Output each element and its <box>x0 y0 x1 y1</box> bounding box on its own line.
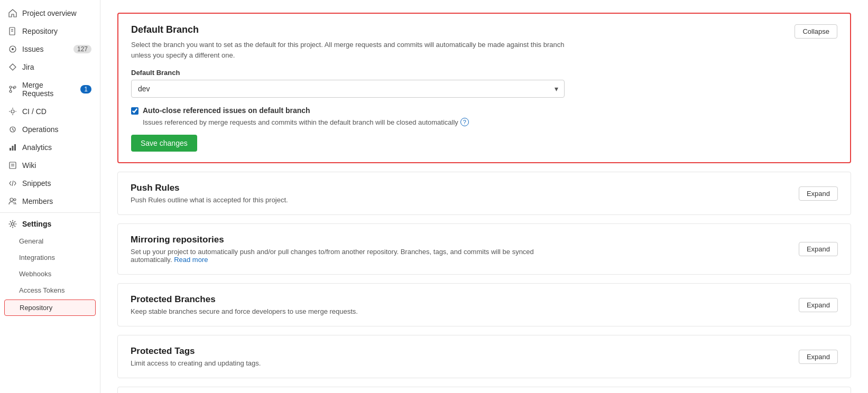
svg-point-19 <box>12 223 14 226</box>
svg-point-5 <box>10 86 12 88</box>
sidebar-label: Snippets <box>22 179 51 188</box>
sidebar-sub-label: General <box>19 237 43 245</box>
operations-icon <box>8 125 17 134</box>
sidebar-item-settings[interactable]: Settings <box>0 215 100 233</box>
sidebar-item-jira[interactable]: Jira <box>0 58 100 76</box>
sidebar-item-wiki[interactable]: Wiki <box>0 156 100 174</box>
default-branch-select-wrapper: dev main master develop <box>131 80 565 98</box>
auto-close-checkbox-row: Auto-close referenced issues on default … <box>131 106 837 115</box>
sidebar-label: Issues <box>22 45 43 53</box>
sidebar-sub-item-repository[interactable]: Repository <box>4 300 96 316</box>
svg-line-16 <box>12 181 13 186</box>
sidebar-item-operations[interactable]: Operations <box>0 120 100 138</box>
home-icon <box>8 9 17 17</box>
default-branch-section: Default Branch Select the branch you wan… <box>117 13 851 163</box>
protected-branches-expand-button[interactable]: Expand <box>799 298 838 312</box>
protected-tags-info: Protected Tags Limit access to creating … <box>131 346 261 367</box>
protected-tags-desc: Limit access to creating and updating ta… <box>131 359 261 367</box>
sidebar-divider <box>0 212 100 213</box>
mirroring-title: Mirroring repositories <box>131 235 564 245</box>
default-branch-field-label: Default Branch <box>131 69 837 77</box>
svg-point-8 <box>11 110 14 113</box>
default-branch-header: Default Branch Select the branch you wan… <box>118 14 850 69</box>
default-branch-body: Default Branch dev main master develop A… <box>118 69 850 162</box>
sidebar-sub-item-general[interactable]: General <box>0 233 100 249</box>
cicd-icon <box>8 107 17 116</box>
default-branch-title: Default Branch <box>131 24 565 35</box>
sidebar-item-project-overview[interactable]: Project overview <box>0 4 100 22</box>
merge-requests-badge: 1 <box>80 85 91 93</box>
sidebar-sub-label: Integrations <box>19 254 55 261</box>
book-icon <box>8 27 17 35</box>
analytics-icon <box>8 143 17 152</box>
protected-branches-info: Protected Branches Keep stable branches … <box>131 294 358 315</box>
issues-icon <box>8 45 17 53</box>
sidebar-label: Operations <box>22 125 58 134</box>
members-icon <box>8 197 17 205</box>
protected-tags-collapsed: Protected Tags Limit access to creating … <box>118 335 851 378</box>
svg-rect-10 <box>10 148 11 151</box>
protected-tags-section: Protected Tags Limit access to creating … <box>117 335 851 378</box>
default-branch-header-info: Default Branch Select the branch you wan… <box>131 24 565 60</box>
sidebar-sub-item-integrations[interactable]: Integrations <box>0 249 100 266</box>
protected-branches-collapsed: Protected Branches Keep stable branches … <box>118 284 851 326</box>
sidebar-item-merge-requests[interactable]: Merge Requests 1 <box>0 76 100 102</box>
mirroring-section: Mirroring repositories Set up your proje… <box>117 223 851 275</box>
push-rules-info: Push Rules Push Rules outline what is ac… <box>131 183 288 204</box>
main-content: Default Branch Select the branch you wan… <box>100 0 868 393</box>
push-rules-desc: Push Rules outline what is accepted for … <box>131 196 288 204</box>
sidebar-label: Members <box>22 197 53 205</box>
mirroring-read-more[interactable]: Read more <box>174 256 208 264</box>
push-rules-expand-button[interactable]: Expand <box>799 186 838 201</box>
merge-icon <box>8 85 17 93</box>
push-rules-section: Push Rules Push Rules outline what is ac… <box>117 172 851 215</box>
help-icon[interactable]: ? <box>460 118 469 126</box>
svg-rect-11 <box>12 146 14 151</box>
sidebar-item-ci-cd[interactable]: CI / CD <box>0 102 100 120</box>
push-rules-title: Push Rules <box>131 183 288 193</box>
svg-point-4 <box>12 48 14 50</box>
sidebar-sub-label: Access Tokens <box>19 286 64 294</box>
mirroring-info: Mirroring repositories Set up your proje… <box>131 235 564 264</box>
wiki-icon <box>8 161 17 170</box>
default-branch-desc: Select the branch you want to set as the… <box>131 40 565 60</box>
protected-branches-section: Protected Branches Keep stable branches … <box>117 283 851 326</box>
mirroring-desc: Set up your project to automatically pus… <box>131 248 564 264</box>
protected-tags-expand-button[interactable]: Expand <box>799 350 838 364</box>
auto-close-label[interactable]: Auto-close referenced issues on default … <box>143 106 310 115</box>
save-changes-button[interactable]: Save changes <box>131 135 197 152</box>
collapse-button[interactable]: Collapse <box>795 24 837 39</box>
deploy-tokens-collapsed: Deploy Tokens Expand <box>118 387 851 393</box>
sidebar-label: Jira <box>22 63 34 71</box>
sidebar-label: Project overview <box>22 9 77 17</box>
protected-branches-title: Protected Branches <box>131 294 358 305</box>
auto-close-desc: Issues referenced by merge requests and … <box>143 118 837 126</box>
svg-point-6 <box>10 90 12 92</box>
svg-point-17 <box>10 198 13 201</box>
protected-tags-title: Protected Tags <box>131 346 261 357</box>
push-rules-collapsed: Push Rules Push Rules outline what is ac… <box>118 172 851 214</box>
svg-point-7 <box>14 86 16 88</box>
default-branch-select[interactable]: dev main master develop <box>131 80 565 98</box>
sidebar-item-issues[interactable]: Issues 127 <box>0 40 100 58</box>
sidebar-sub-label: Webhooks <box>19 270 51 278</box>
sidebar-item-analytics[interactable]: Analytics <box>0 138 100 156</box>
svg-rect-13 <box>10 162 16 169</box>
sidebar-item-repository[interactable]: Repository <box>0 22 100 40</box>
sidebar-label: Settings <box>22 220 51 228</box>
sidebar-sub-item-webhooks[interactable]: Webhooks <box>0 266 100 282</box>
deploy-tokens-section: Deploy Tokens Expand <box>117 387 851 393</box>
mirroring-expand-button[interactable]: Expand <box>799 242 838 256</box>
sidebar-label: Merge Requests <box>22 81 75 98</box>
auto-close-checkbox[interactable] <box>131 107 138 115</box>
sidebar-item-members[interactable]: Members <box>0 192 100 210</box>
issues-badge: 127 <box>73 45 91 53</box>
sidebar: Project overview Repository Issues 127 J… <box>0 0 100 393</box>
jira-icon <box>8 63 17 71</box>
sidebar-item-snippets[interactable]: Snippets <box>0 174 100 192</box>
snippets-icon <box>8 179 17 188</box>
mirroring-collapsed: Mirroring repositories Set up your proje… <box>118 224 851 274</box>
svg-rect-12 <box>14 144 16 151</box>
protected-branches-desc: Keep stable branches secure and force de… <box>131 307 358 315</box>
sidebar-sub-item-access-tokens[interactable]: Access Tokens <box>0 282 100 298</box>
